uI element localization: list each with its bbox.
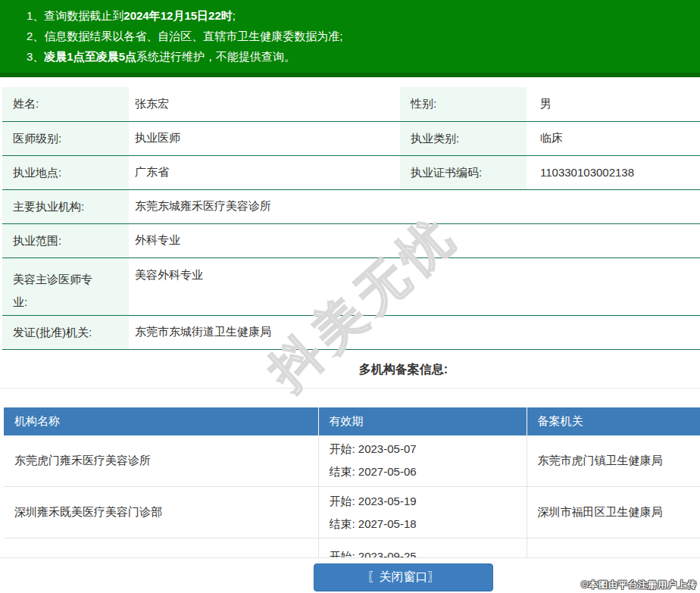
authority-cell: 东莞市虎门镇卫生健康局	[527, 435, 700, 487]
notice-line-1: 1、查询数据截止到2024年12月15日22时;	[27, 5, 700, 26]
cosmetic-specialty-value: 美容外科专业	[129, 257, 700, 315]
notice-text: 系统进行维护，不能提供查询。	[136, 50, 295, 63]
location-value: 广东省	[129, 155, 400, 189]
validity-cell: 开始: 2023-09-25	[318, 538, 527, 559]
validity-cell: 开始: 2023-05-07 结束: 2027-05-06	[318, 435, 527, 487]
level-label: 医师级别:	[2, 121, 129, 155]
start-date: 2023-05-07	[358, 442, 417, 455]
start-label: 开始:	[330, 442, 358, 455]
table-row: 执业地点: 广东省 执业证书编码: 110330103002138	[2, 155, 700, 189]
notice-banner: 1、查询数据截止到2024年12月15日22时; 2、信息数据结果以各省、自治区…	[0, 0, 700, 77]
filing-header-row: 机构名称 有效期 备案机关	[4, 407, 700, 435]
authority-cell	[527, 538, 700, 559]
notice-line-2: 2、信息数据结果以各省、自治区、直辖市卫生健康委数据为准;	[27, 26, 700, 46]
org-name-header: 机构名称	[4, 407, 318, 435]
authority-cell: 深圳市福田区卫生健康局	[527, 487, 700, 538]
section-divider	[0, 388, 700, 389]
validity-cell: 开始: 2023-05-19 结束: 2027-05-18	[318, 487, 527, 538]
table-row: 东莞虎门雍禾医疗美容诊所 开始: 2023-05-07 结束: 2027-05-…	[4, 435, 700, 487]
location-label: 执业地点:	[2, 155, 129, 189]
name-label: 姓名:	[2, 87, 129, 121]
level-value: 执业医师	[129, 121, 400, 155]
scope-value: 外科专业	[129, 223, 700, 257]
category-value: 临床	[527, 121, 700, 155]
end-label: 结束:	[330, 517, 358, 530]
close-window-button[interactable]: 〖关闭窗口〗	[314, 563, 493, 591]
validity-start: 开始: 2023-05-19	[330, 490, 520, 513]
table-row: 深圳雍禾既美医疗美容门诊部 开始: 2023-05-19 结束: 2027-05…	[4, 487, 700, 538]
org-name-cell: 深圳雍禾既美医疗美容门诊部	[4, 487, 318, 538]
notice-text: ;	[233, 9, 236, 22]
notice-text-bold: 凌晨1点至凌晨5点	[44, 50, 136, 63]
notice-text: 3、	[27, 50, 44, 63]
name-value: 张东宏	[129, 87, 400, 121]
notice-text: 2、信息数据结果以各省、自治区、直辖市卫生健康委数据为准;	[27, 30, 343, 42]
issuing-authority-value: 东莞市东城街道卫生健康局	[129, 315, 700, 349]
start-date: 2023-05-19	[358, 495, 417, 507]
table-row: 姓名: 张东宏 性别: 男	[2, 87, 700, 121]
multi-org-filing-title: 多机构备案信息:	[0, 362, 700, 378]
content-clip-area: 1、查询数据截止到2024年12月15日22时; 2、信息数据结果以各省、自治区…	[0, 0, 700, 558]
scope-label: 执业范围:	[2, 223, 129, 257]
start-label: 开始:	[330, 495, 358, 507]
main-org-value: 东莞东城雍禾医疗美容诊所	[129, 189, 700, 223]
end-label: 结束:	[330, 465, 358, 478]
org-name-cell: 东莞虎门雍禾医疗美容诊所	[4, 435, 318, 487]
cert-no-value: 110330103002138	[527, 155, 700, 189]
gender-label: 性别:	[400, 87, 527, 121]
table-row: 执业范围: 外科专业	[2, 223, 700, 257]
validity-end: 结束: 2027-05-18	[330, 513, 520, 535]
notice-line-3: 3、凌晨1点至凌晨5点系统进行维护，不能提供查询。	[27, 46, 700, 67]
validity-end: 结束: 2027-05-06	[330, 460, 520, 483]
authority-header: 备案机关	[527, 407, 700, 435]
table-row-clipped: 开始: 2023-09-25	[4, 538, 700, 559]
end-date: 2027-05-06	[358, 465, 417, 478]
button-row: 〖关闭窗口〗	[0, 563, 700, 591]
main-org-label: 主要执业机构:	[2, 189, 129, 223]
cosmetic-specialty-label: 美容主诊医师专业:	[2, 257, 129, 315]
start-date: 2023-09-25	[358, 550, 417, 558]
end-date: 2027-05-18	[358, 517, 417, 530]
table-row: 美容主诊医师专业: 美容外科专业	[2, 257, 700, 315]
start-label: 开始:	[330, 550, 358, 558]
validity-header: 有效期	[318, 407, 527, 435]
gender-value: 男	[527, 87, 700, 121]
notice-text: 1、查询数据截止到	[27, 9, 123, 22]
table-row: 医师级别: 执业医师 执业类别: 临床	[2, 121, 700, 155]
category-label: 执业类别:	[400, 121, 527, 155]
table-row: 发证(批准)机关: 东莞市东城街道卫生健康局	[2, 315, 700, 349]
notice-text-bold: 2024年12月15日22时	[123, 9, 232, 22]
issuing-authority-label: 发证(批准)机关:	[2, 315, 129, 349]
filing-table: 机构名称 有效期 备案机关 东莞虎门雍禾医疗美容诊所 开始: 2023-05-0…	[4, 407, 700, 559]
validity-start: 开始: 2023-09-25	[330, 545, 520, 558]
table-row: 主要执业机构: 东莞东城雍禾医疗美容诊所	[2, 189, 700, 223]
page: 1、查询数据截止到2024年12月15日22时; 2、信息数据结果以各省、自治区…	[0, 0, 700, 591]
validity-start: 开始: 2023-05-07	[330, 438, 520, 460]
cert-no-label: 执业证书编码:	[400, 155, 527, 189]
practitioner-info-table: 姓名: 张东宏 性别: 男 医师级别: 执业医师 执业类别: 临床 执业地点: …	[2, 87, 700, 350]
org-name-cell	[4, 538, 318, 559]
